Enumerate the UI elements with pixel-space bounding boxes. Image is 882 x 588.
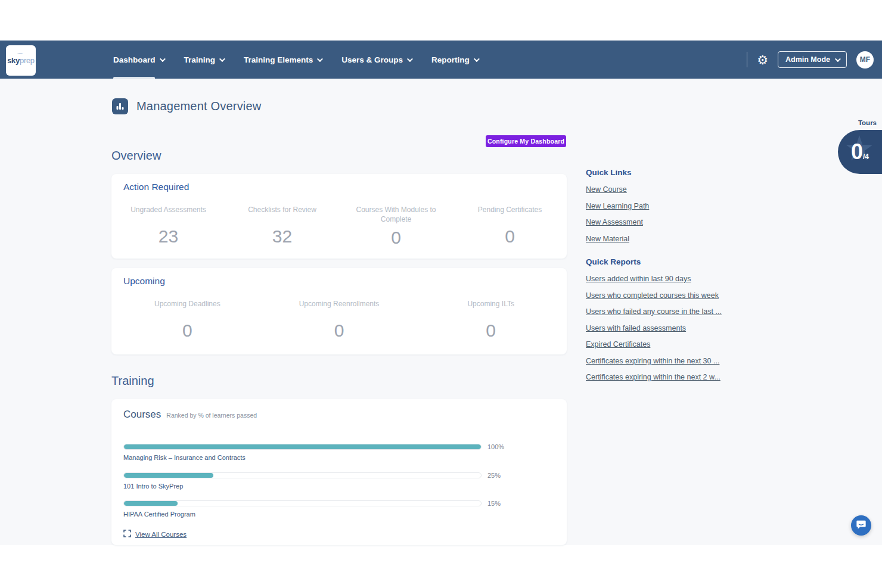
nav-reporting-label: Reporting — [431, 55, 470, 64]
chevron-down-icon — [407, 56, 413, 62]
bar-chart-icon — [112, 98, 128, 114]
report-users-completed-this-week[interactable]: Users who completed courses this week — [586, 291, 723, 300]
chevron-down-icon — [474, 56, 480, 62]
course-bar-row: 15% HIPAA Certified Program — [123, 500, 555, 518]
link-new-course[interactable]: New Course — [586, 185, 723, 194]
courses-card: Courses Ranked by % of learners passed 1… — [111, 399, 567, 545]
nav-training[interactable]: Training — [184, 41, 224, 79]
quick-reports-heading: Quick Reports — [586, 257, 723, 266]
nav-training-elements[interactable]: Training Elements — [244, 41, 321, 79]
tours-count-total: /4 — [863, 153, 869, 161]
view-all-courses-link[interactable]: View All Courses — [135, 531, 187, 538]
link-new-assessment[interactable]: New Assessment — [586, 218, 723, 226]
quick-reports-panel: Quick Reports Users added within last 90… — [586, 257, 723, 390]
nav-users-groups-label: Users & Groups — [341, 55, 403, 64]
nav-dashboard[interactable]: Dashboard — [113, 41, 164, 79]
stat-value: 0 — [391, 228, 401, 248]
progress-bar-fill — [124, 444, 481, 449]
page-content: Management Overview Configure My Dashboa… — [0, 79, 882, 545]
stat-value: 0 — [182, 321, 192, 341]
progress-percent-label: 25% — [487, 472, 501, 479]
avatar-initials: MF — [860, 55, 870, 64]
progress-bar-track — [123, 472, 482, 478]
course-bar-row: 100% Managing Risk – Insurance and Contr… — [123, 444, 555, 461]
progress-bar-fill — [124, 473, 213, 478]
course-bar-row: 25% 101 Intro to SkyPrep — [123, 472, 555, 490]
admin-mode-label: Admin Mode — [785, 55, 830, 64]
stat-label: Upcoming Reenrollments — [299, 299, 380, 317]
stat-label: Pending Certificates — [478, 205, 542, 223]
tours-badge[interactable]: ★ 0/4 — [838, 130, 882, 174]
course-name-label: Managing Risk – Insurance and Contracts — [123, 454, 555, 461]
chat-launcher-button[interactable] — [851, 515, 871, 536]
bird-icon: ⌒ — [16, 52, 23, 60]
upcoming-card: Upcoming Upcoming Deadlines 0 Upcoming R… — [111, 268, 567, 354]
stat-value: 23 — [159, 226, 178, 247]
tours-label: Tours — [858, 119, 877, 126]
nav-divider — [747, 52, 747, 67]
report-certificates-expiring-2w[interactable]: Certificates expiring within the next 2 … — [586, 373, 723, 381]
stat-upcoming-deadlines: Upcoming Deadlines 0 — [111, 299, 263, 341]
stat-ungraded-assessments: Ungraded Assessments 23 — [111, 205, 225, 248]
course-name-label: HIPAA Certified Program — [123, 511, 555, 518]
navbar-right: ⚙ Admin Mode MF — [747, 41, 874, 79]
nav-reporting[interactable]: Reporting — [431, 41, 478, 79]
stat-label: Upcoming Deadlines — [154, 299, 220, 317]
stat-value: 32 — [272, 226, 292, 247]
nav-training-elements-label: Training Elements — [244, 55, 313, 64]
report-certificates-expiring-30[interactable]: Certificates expiring within the next 30… — [586, 357, 723, 365]
stat-checklists-for-review: Checklists for Review 32 — [225, 205, 339, 248]
stat-label: Checklists for Review — [248, 205, 316, 223]
page-title-row: Management Overview — [112, 98, 261, 114]
action-required-stats: Ungraded Assessments 23 Checklists for R… — [111, 205, 567, 248]
report-expired-certificates[interactable]: Expired Certificates — [586, 340, 723, 349]
stat-pending-certificates: Pending Certificates 0 — [453, 205, 567, 248]
nav-training-label: Training — [184, 55, 216, 64]
stat-upcoming-reenrollments: Upcoming Reenrollments 0 — [263, 299, 415, 341]
link-new-material[interactable]: New Material — [586, 235, 723, 243]
progress-bar-track — [123, 444, 482, 450]
quick-links-heading: Quick Links — [586, 168, 723, 177]
top-navbar: ⌒ skyprep Dashboard Training Training El… — [0, 41, 882, 79]
expand-icon — [123, 529, 131, 540]
courses-title-row: Courses Ranked by % of learners passed — [123, 409, 257, 421]
nav-users-groups[interactable]: Users & Groups — [341, 41, 411, 79]
report-users-added-90-days[interactable]: Users added within last 90 days — [586, 275, 723, 283]
chevron-down-icon — [159, 56, 165, 62]
chevron-down-icon — [219, 56, 225, 62]
skyprep-logo[interactable]: ⌒ skyprep — [6, 45, 36, 76]
courses-title: Courses — [123, 409, 161, 421]
overview-heading: Overview — [111, 149, 161, 163]
chat-bubble-icon — [856, 519, 867, 532]
stat-value: 0 — [486, 321, 496, 341]
upcoming-stats: Upcoming Deadlines 0 Upcoming Reenrollme… — [111, 299, 567, 341]
configure-dashboard-button[interactable]: Configure My Dashboard — [486, 135, 566, 147]
stat-label: Upcoming ILTs — [467, 299, 514, 317]
page-title: Management Overview — [136, 99, 261, 113]
stat-upcoming-ilts: Upcoming ILTs 0 — [415, 299, 567, 341]
progress-percent-label: 100% — [487, 443, 504, 450]
stat-courses-modules-complete: Courses With Modules to Complete 0 — [339, 205, 453, 248]
gear-icon[interactable]: ⚙ — [757, 54, 768, 66]
tours-count: 0/4 — [851, 139, 869, 164]
upcoming-title: Upcoming — [123, 276, 165, 287]
course-name-label: 101 Intro to SkyPrep — [123, 483, 555, 490]
action-required-card: Action Required Ungraded Assessments 23 … — [111, 174, 567, 259]
main-nav: Dashboard Training Training Elements Use… — [113, 41, 478, 79]
progress-bar-track — [123, 500, 482, 506]
admin-mode-button[interactable]: Admin Mode — [778, 51, 847, 68]
courses-subtitle: Ranked by % of learners passed — [166, 412, 257, 419]
action-required-title: Action Required — [123, 182, 189, 192]
training-heading: Training — [111, 374, 154, 388]
nav-dashboard-label: Dashboard — [113, 55, 156, 64]
quick-links-panel: Quick Links New Course New Learning Path… — [586, 168, 723, 251]
chevron-down-icon — [835, 56, 841, 62]
skyprep-logo-text: ⌒ skyprep — [7, 56, 35, 65]
report-users-failed-course[interactable]: Users who failed any course in the last … — [586, 307, 723, 316]
report-users-failed-assessments[interactable]: Users with failed assessments — [586, 324, 723, 332]
link-new-learning-path[interactable]: New Learning Path — [586, 202, 723, 210]
stat-label: Courses With Modules to Complete — [349, 205, 444, 224]
chevron-down-icon — [317, 56, 323, 62]
view-all-courses[interactable]: View All Courses — [123, 529, 187, 540]
user-avatar[interactable]: MF — [856, 51, 874, 69]
